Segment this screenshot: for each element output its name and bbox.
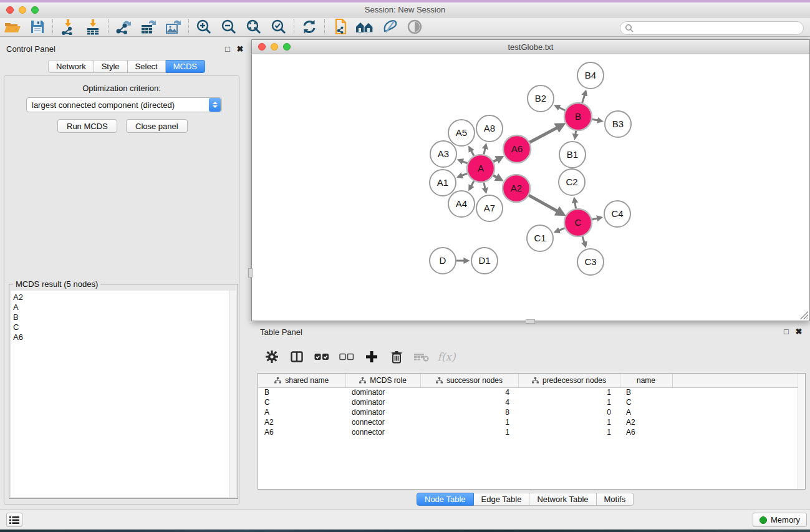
graph-edge-A-A2[interactable] [493, 175, 501, 180]
mcds-result-list[interactable]: A2ABCA6 [11, 291, 230, 497]
table-cell[interactable]: A2 [620, 417, 672, 427]
graph-edge-B-B1[interactable] [575, 131, 576, 138]
paint-style-button[interactable] [377, 18, 402, 36]
graph-edge-A-A7[interactable] [484, 182, 486, 191]
show-column-browser-button[interactable] [289, 349, 305, 365]
table-cell[interactable]: connector [345, 427, 420, 437]
import-table-button[interactable] [80, 18, 105, 36]
table-row[interactable]: Cdominator41C [258, 397, 805, 407]
network-zoom-button[interactable] [283, 43, 291, 51]
column-header-name[interactable]: name [620, 374, 672, 387]
mcds-result-item[interactable]: A2 [13, 293, 230, 302]
table-cell[interactable]: 1 [420, 417, 518, 427]
mcds-result-scrollbar[interactable] [229, 291, 236, 497]
graph-edge-C-C2[interactable] [574, 199, 576, 209]
table-cell[interactable]: 4 [420, 387, 518, 397]
graph-edge-A-A5[interactable] [470, 148, 474, 156]
tab-motifs[interactable]: Motifs [597, 493, 634, 506]
float-panel-icon[interactable]: □ [781, 327, 791, 336]
mcds-result-item[interactable]: A [13, 302, 230, 312]
close-panel-icon[interactable]: ✖ [235, 44, 245, 54]
table-cell[interactable]: B [620, 387, 672, 397]
close-window-button[interactable] [6, 6, 14, 14]
table-cell[interactable]: C [620, 397, 672, 407]
table-settings-button[interactable] [264, 349, 280, 365]
hide-selected-button[interactable] [402, 18, 427, 36]
graph-edge-C-C4[interactable] [592, 218, 600, 220]
tab-network[interactable]: Network [48, 60, 94, 73]
toolbar-search-field[interactable] [620, 21, 804, 35]
float-panel-icon[interactable]: □ [223, 44, 233, 54]
apply-layout-button[interactable] [297, 18, 322, 36]
delete-column-button[interactable] [388, 349, 405, 365]
graph-edge-A-A8[interactable] [484, 145, 486, 154]
column-header-shared-name[interactable]: shared name [258, 374, 345, 387]
export-image-button[interactable] [161, 18, 186, 36]
memory-button[interactable]: Memory [753, 513, 807, 527]
export-network-button[interactable] [111, 18, 136, 36]
table-cell[interactable]: connector [345, 417, 420, 427]
network-canvas[interactable]: B4B2BB3A8A5A6A3B1AA1C2A2A4A7C4CC1C3DD1 [252, 54, 809, 321]
table-row[interactable]: A2connector11A2 [258, 417, 805, 427]
minimize-window-button[interactable] [19, 6, 26, 14]
first-neighbors-button[interactable] [352, 18, 377, 36]
close-panel-button[interactable]: Close panel [126, 119, 188, 133]
table-row[interactable]: Adominator80A [258, 407, 805, 417]
graph-edge-A2-C[interactable] [529, 195, 562, 214]
graph-edge-B-B2[interactable] [556, 106, 565, 110]
table-cell[interactable]: 0 [518, 407, 620, 417]
table-cell[interactable]: A6 [620, 427, 672, 437]
table-cell[interactable]: 1 [518, 397, 620, 407]
optimization-criterion-select[interactable]: largest connected component (directed) [26, 97, 222, 112]
import-network-button[interactable] [55, 18, 80, 36]
graph-edge-B-B4[interactable] [582, 92, 586, 103]
table-cell[interactable]: 1 [518, 427, 620, 437]
table-cell[interactable]: 1 [518, 417, 620, 427]
zoom-window-button[interactable] [31, 6, 39, 14]
table-cell[interactable]: A [620, 407, 672, 417]
graph-edge-A-A3[interactable] [459, 160, 467, 163]
table-cell[interactable]: B [258, 387, 345, 397]
graph-edge-A-A1[interactable] [458, 173, 467, 177]
network-graph[interactable]: B4B2BB3A8A5A6A3B1AA1C2A2A4A7C4CC1C3DD1 [252, 54, 809, 321]
network-close-button[interactable] [258, 43, 266, 51]
table-cell[interactable]: C [258, 397, 345, 407]
tab-edge-table[interactable]: Edge Table [474, 493, 530, 506]
table-cell[interactable]: 1 [420, 427, 518, 437]
clone-network-button[interactable] [327, 18, 352, 36]
close-panel-icon[interactable]: ✖ [794, 327, 804, 336]
select-all-columns-button[interactable] [314, 349, 330, 365]
mcds-result-item[interactable]: A6 [13, 332, 230, 342]
graph-edge-A6-B[interactable] [529, 125, 562, 142]
tab-style[interactable]: Style [94, 60, 128, 73]
export-table-button[interactable] [136, 18, 161, 36]
save-session-button[interactable] [25, 18, 50, 36]
zoom-fit-button[interactable] [241, 18, 266, 36]
unselect-all-columns-button[interactable] [339, 349, 355, 365]
zoom-out-button[interactable] [216, 18, 241, 36]
column-header-successor-nodes[interactable]: successor nodes [420, 374, 518, 387]
table-scrollbar[interactable] [798, 374, 805, 489]
graph-edge-A-A6[interactable] [493, 157, 501, 162]
table-cell[interactable]: 1 [518, 387, 620, 397]
open-session-button[interactable] [0, 18, 25, 36]
graph-edge-C-C3[interactable] [582, 236, 586, 246]
split-handle-left[interactable] [248, 268, 253, 278]
network-minimize-button[interactable] [271, 43, 278, 51]
column-header-mcds-role[interactable]: MCDS role [345, 374, 420, 387]
split-handle-bottom[interactable] [526, 319, 535, 324]
tab-select[interactable]: Select [128, 60, 166, 73]
tab-node-table[interactable]: Node Table [417, 493, 474, 506]
show-task-history-button[interactable] [6, 513, 22, 527]
mcds-result-item[interactable]: B [13, 312, 230, 322]
zoom-in-button[interactable] [191, 18, 216, 36]
column-header-predecessor-nodes[interactable]: predecessor nodes [518, 374, 620, 387]
table-row[interactable]: Bdominator41B [258, 387, 805, 397]
table-cell[interactable]: dominator [345, 397, 420, 407]
graph-edge-A-A4[interactable] [470, 181, 474, 189]
table-cell[interactable]: 4 [420, 397, 518, 407]
table-cell[interactable]: dominator [345, 387, 420, 397]
search-input[interactable] [634, 22, 803, 34]
tab-mcds[interactable]: MCDS [166, 60, 205, 73]
zoom-selected-button[interactable] [266, 18, 291, 36]
